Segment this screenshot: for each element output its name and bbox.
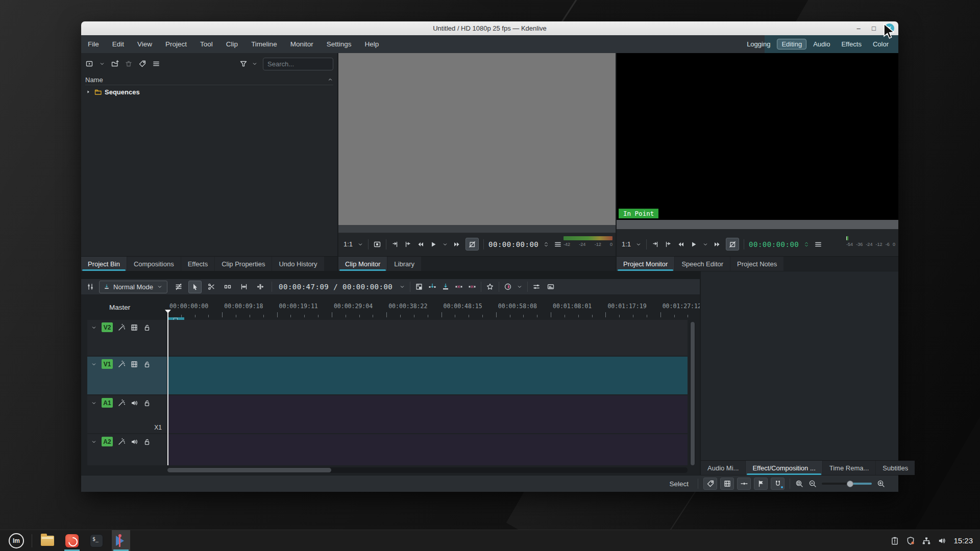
marker-out-icon[interactable] [404,240,412,248]
film-icon[interactable] [130,360,138,368]
tab-audio-mi-[interactable]: Audio Mi... [701,461,745,475]
menu-monitor[interactable]: Monitor [284,35,320,53]
project-timecode[interactable]: 00:00:00:00 [749,240,799,248]
add-clip-icon[interactable] [85,60,93,68]
chevron-down-icon[interactable] [91,400,97,406]
tab-time-rema-[interactable]: Time Rema... [823,461,876,475]
maximize-button[interactable]: □ [869,24,878,33]
project-monitor-video[interactable] [617,53,898,220]
timeline-timecode[interactable]: 00:00:47:09 / 00:00:00:00 [279,283,393,291]
track-lane-a1[interactable] [167,395,688,433]
chevron-down-icon[interactable] [442,241,448,247]
wand-icon[interactable] [117,360,126,368]
lock-open-icon[interactable] [143,438,151,446]
clip-monitor-video[interactable] [338,53,616,225]
subtitles-icon[interactable] [547,283,555,291]
menu-settings[interactable]: Settings [320,35,358,53]
chevron-down-icon[interactable] [399,284,405,290]
tab-project-monitor[interactable]: Project Monitor [617,257,674,271]
workspace-tab-logging[interactable]: Logging [742,39,775,49]
chevron-down-icon[interactable] [635,241,642,247]
monitor-play-icon[interactable] [373,240,381,248]
menu-view[interactable]: View [131,35,159,53]
menu-timeline[interactable]: Timeline [244,35,284,53]
timeline-ruler[interactable]: 00:00:00:0000:00:09:1800:00:19:1100:00:2… [167,303,688,317]
clip-zoom-level[interactable]: 1:1 [344,240,353,248]
chevron-down-icon[interactable] [252,61,258,67]
resize-both-tool-button[interactable] [237,281,251,293]
chevron-down-icon[interactable] [99,61,105,67]
clock[interactable]: 15:23 [953,536,973,545]
tab-effect-composition-[interactable]: Effect/Composition ... [746,461,822,475]
taskbar-app-mint-menu[interactable]: lm [7,530,26,551]
edit-mode-selector[interactable]: Normal Mode [99,281,167,293]
tab-compositions[interactable]: Compositions [127,257,181,271]
timecode-spinner-icon[interactable] [543,241,549,247]
tab-project-bin[interactable]: Project Bin [81,257,127,271]
tab-undo-history[interactable]: Undo History [272,257,324,271]
taskbar-app-terminal[interactable]: $_ [87,530,106,551]
tray-volume-icon[interactable] [938,536,947,545]
tab-effects[interactable]: Effects [181,257,215,271]
clip-monitor-seekbar[interactable] [338,225,616,233]
play-icon[interactable] [429,240,437,248]
extract-icon[interactable] [455,283,463,291]
monitor-menu-icon[interactable] [554,240,562,248]
lock-open-icon[interactable] [143,360,151,368]
master-track-button[interactable]: Master [109,304,130,311]
track-badge-a2[interactable]: A2 [102,437,113,446]
chevron-down-icon[interactable] [91,439,97,445]
adjust-h-icon[interactable] [532,283,541,291]
favorite-effects-icon[interactable] [486,283,494,291]
tag-toggle-button[interactable] [703,478,717,490]
track-header-a2[interactable]: A2 [87,434,167,465]
menu-help[interactable]: Help [358,35,385,53]
menu-file[interactable]: File [81,35,106,53]
scrollbar-thumb[interactable] [167,468,331,472]
film-icon[interactable] [130,323,138,332]
marker-in-icon[interactable] [391,240,399,248]
track-config-icon[interactable] [86,283,94,291]
timecode-spinner-icon[interactable] [803,241,810,247]
speaker-icon[interactable] [130,399,138,407]
lift-icon[interactable] [468,283,476,291]
titlebar[interactable]: Untitled / HD 1080p 25 fps — Kdenlive – … [81,21,898,35]
resize-split-tool-button[interactable] [254,281,267,293]
film-toggle-button[interactable] [720,478,734,490]
track-badge-a1[interactable]: A1 [102,398,113,408]
zoom-out-icon[interactable] [808,480,817,488]
taskbar-app-kdenlive[interactable] [112,530,130,551]
wand-icon[interactable] [117,399,126,407]
slider-handle[interactable] [847,481,853,487]
monitor-menu-icon[interactable] [814,240,822,248]
tab-speech-editor[interactable]: Speech Editor [675,257,730,271]
lock-open-icon[interactable] [143,323,151,332]
tray-clipboard-icon[interactable] [890,536,899,545]
taskbar-app-firefox[interactable] [63,530,81,551]
menu-tool[interactable]: Tool [193,35,219,53]
workspace-tab-editing[interactable]: Editing [777,39,806,49]
magnet-toggle-button[interactable] [771,478,785,490]
record-icon[interactable] [504,283,512,291]
overwrite-icon[interactable] [442,283,450,291]
track-header-a1[interactable]: A1X1 [87,395,167,433]
workspace-tab-audio[interactable]: Audio [808,39,835,49]
cursor-tool-button[interactable] [188,281,202,293]
wand-icon[interactable] [117,438,126,446]
play-icon[interactable] [690,240,698,248]
track-badge-v1[interactable]: V1 [102,359,113,369]
trash-icon[interactable] [125,60,133,68]
track-header-v2[interactable]: V2 [87,320,167,356]
track-header-v1[interactable]: V1 [87,357,167,394]
chevron-down-icon[interactable] [357,241,363,247]
rewind-icon[interactable] [677,240,685,248]
zone-icon[interactable] [726,238,739,251]
rewind-icon[interactable] [416,240,425,248]
marker-in-icon[interactable] [651,240,659,248]
forward-icon[interactable] [713,240,721,248]
wand-icon[interactable] [117,323,126,332]
edit-slash-tool-button[interactable] [172,281,185,293]
workspace-tab-effects[interactable]: Effects [837,39,866,49]
marker-out-icon[interactable] [664,240,672,248]
taskbar-app-file-manager[interactable] [38,530,57,551]
